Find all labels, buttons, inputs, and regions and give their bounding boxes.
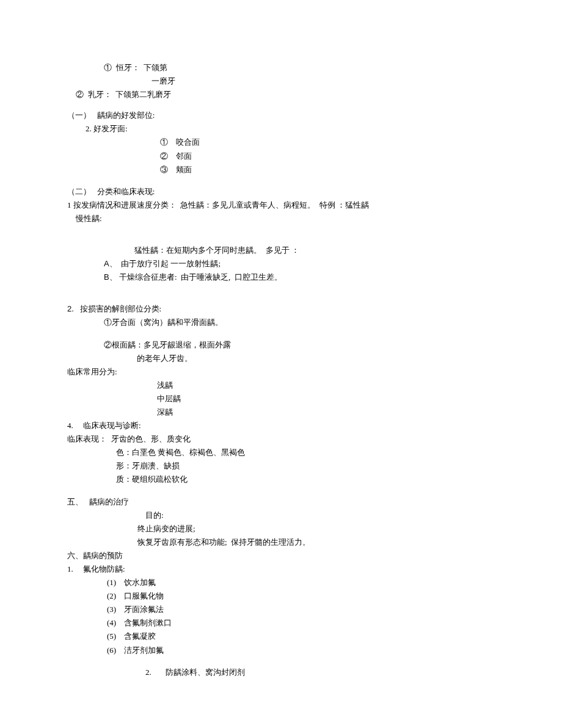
section-heading: （一） 龋病的好发部位: (67, 109, 495, 122)
text-line: 2. 好发牙面: (86, 122, 495, 136)
text-line: 一磨牙 (151, 75, 495, 88)
text-line: 的老年人牙齿。 (137, 352, 495, 365)
section-heading: （二） 分类和临床表现: (67, 185, 495, 198)
section-heading: 1. 氟化物防龋: (67, 562, 495, 576)
text-line: 深龋 (157, 406, 495, 419)
text-line: 浅龋 (157, 379, 495, 392)
text-line: 临床常用分为: (67, 365, 495, 379)
document-page: ① 恒牙： 下颌第 一磨牙 ② 乳牙： 下颌第二乳磨牙 （一） 龋病的好发部位:… (0, 0, 562, 728)
text-line: 临床表现： 牙齿的色、形、质变化 (67, 432, 495, 446)
text-span: 按损害的解剖部位分类: (74, 304, 161, 313)
list-item: (3) 牙面涂氟法 (107, 603, 495, 616)
text-line: 终止病变的进展; (137, 522, 495, 536)
text-line: ①牙合面（窝沟）龋和平滑面龋。 (104, 316, 495, 329)
list-item: (2) 口服氟化物 (107, 589, 495, 603)
text-line: ③ 颊面 (160, 163, 495, 177)
label-a: A (104, 259, 109, 268)
text-line: A、 由于放疗引起 一一放射性龋; (104, 257, 495, 271)
section-heading: 4. 临床表现与诊断: (67, 419, 495, 432)
text-line: B、 干燥综合征患者: 由于唾液缺乏, 口腔卫生差。 (104, 271, 495, 284)
text-line: 1 按发病情况和进展速度分类： 急性龋：多见儿童或青年人、病程短。 特例 ：猛性… (67, 198, 495, 212)
text-line: ① 恒牙： 下颌第 (104, 61, 495, 75)
list-item: (6) 洁牙剂加氟 (107, 644, 495, 657)
text-span: 、 由于放疗引起 一一放射性龋; (109, 259, 221, 268)
section-heading: 2. 按损害的解剖部位分类: (67, 302, 495, 316)
list-item: (5) 含氟凝胶 (107, 630, 495, 643)
section-heading: 2. 防龋涂料、窝沟封闭剂 (145, 666, 495, 679)
text-line: 色：白垩色 黄褐色、棕褐色、黑褐色 (116, 446, 495, 459)
text-line: 中层龋 (157, 392, 495, 406)
list-item: (1) 饮水加氟 (107, 576, 495, 589)
text-line: 慢性龋: (76, 212, 495, 225)
text-line: 目的: (145, 509, 495, 522)
text-line: ② 乳牙： 下颌第二乳磨牙 (76, 88, 495, 101)
label-b: B (104, 272, 109, 282)
section-heading: 五、 龋病的治疗 (67, 495, 495, 509)
text-line: 质：硬组织疏松软化 (116, 473, 495, 486)
list-item: (4) 含氟制剂漱口 (107, 616, 495, 630)
text-line: ②根面龋：多见牙龈退缩，根面外露 (104, 338, 495, 352)
num: 2. (67, 304, 74, 313)
text-line: 猛性龋：在短期内多个牙同时患龋。 多见于 ： (134, 244, 495, 257)
text-line: 形：牙崩溃、缺损 (116, 459, 495, 473)
section-heading: 六、龋病的预防 (67, 549, 495, 562)
text-span: 、 干燥综合征患者: 由于唾液缺乏, 口腔卫生差。 (109, 272, 282, 282)
text-line: ① 咬合面 (160, 136, 495, 149)
text-line: ② 邻面 (160, 150, 495, 163)
text-line: 恢复牙齿原有形态和功能; 保持牙髓的生理活力。 (137, 536, 495, 549)
